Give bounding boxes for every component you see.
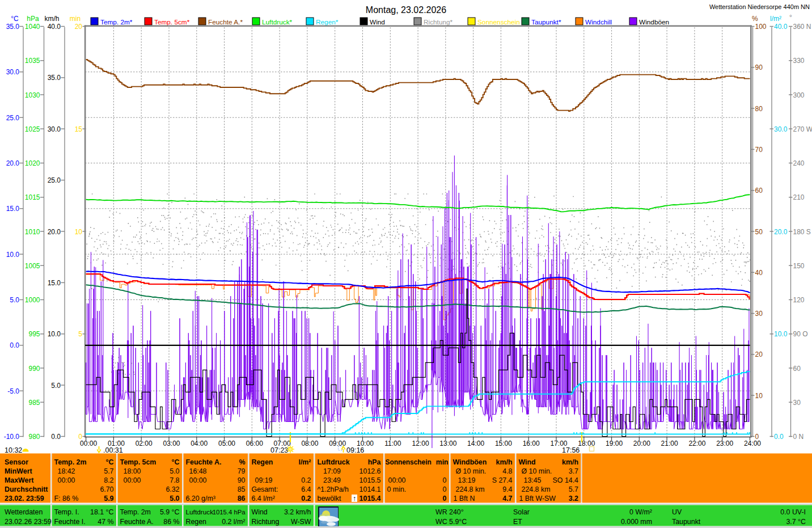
svg-text:Wind: Wind	[370, 18, 385, 26]
svg-text:20:00: 20:00	[633, 440, 650, 447]
svg-text:30: 30	[755, 310, 763, 318]
svg-text:min: min	[70, 15, 81, 23]
svg-text:Temp. I.: Temp. I.	[54, 508, 79, 516]
svg-text:18:42: 18:42	[58, 467, 75, 475]
svg-text:47 %: 47 %	[98, 518, 113, 526]
svg-text:0.000 mm: 0.000 mm	[621, 518, 652, 526]
svg-text:Regen: Regen	[186, 518, 207, 526]
svg-text:00:00: 00:00	[189, 476, 207, 484]
svg-text:%: %	[239, 458, 245, 466]
svg-text:60: 60	[793, 365, 801, 373]
svg-text:300: 300	[793, 91, 805, 99]
svg-text:30.0: 30.0	[48, 125, 61, 133]
svg-text:35.0: 35.0	[48, 74, 61, 82]
svg-text:07:23: 07:23	[270, 446, 288, 454]
svg-text:Sonnenschein: Sonnenschein	[386, 458, 432, 466]
svg-text:6.4 l/m²: 6.4 l/m²	[252, 495, 275, 502]
svg-text:50: 50	[755, 228, 763, 236]
svg-text:224.8 km: 224.8 km	[456, 485, 485, 493]
svg-text:6.4: 6.4	[301, 485, 311, 493]
svg-text:15.0: 15.0	[48, 279, 61, 287]
svg-text:15.0: 15.0	[6, 205, 20, 213]
svg-text:8.2: 8.2	[104, 476, 113, 484]
svg-text:Taupunkt*: Taupunkt*	[531, 18, 561, 26]
svg-text:09:19: 09:19	[255, 476, 273, 484]
svg-text:0.0: 0.0	[774, 433, 784, 441]
svg-text:Sensor: Sensor	[5, 458, 28, 466]
svg-text:Luftdruck*: Luftdruck*	[262, 18, 293, 26]
svg-text:23.02. 23:59: 23.02. 23:59	[5, 495, 44, 502]
svg-text:30.0: 30.0	[6, 68, 20, 76]
svg-text:km/h: km/h	[496, 458, 513, 466]
svg-text:09:16: 09:16	[346, 446, 364, 454]
svg-text:Temp. 5cm*: Temp. 5cm*	[154, 18, 190, 26]
svg-text:360 N: 360 N	[793, 23, 811, 31]
svg-text:20: 20	[755, 350, 763, 358]
svg-text:5.0: 5.0	[170, 467, 179, 475]
svg-text:1005: 1005	[25, 262, 40, 270]
svg-text:30: 30	[793, 399, 801, 407]
svg-text:23:00: 23:00	[716, 440, 733, 447]
svg-text:0.2: 0.2	[301, 476, 311, 484]
svg-text:17:56: 17:56	[562, 446, 580, 454]
svg-text:40.0: 40.0	[48, 23, 61, 31]
svg-text:24:00: 24:00	[744, 440, 761, 447]
svg-text:1035: 1035	[25, 57, 40, 65]
svg-text:Feuchte A.*: Feuchte A.*	[208, 18, 243, 26]
svg-text:10: 10	[75, 228, 83, 236]
svg-text:150: 150	[793, 262, 805, 270]
svg-text:3.7 °C: 3.7 °C	[786, 518, 806, 526]
svg-text:30.0: 30.0	[774, 125, 788, 133]
svg-text:W-SW: W-SW	[291, 518, 311, 526]
svg-text:km/h: km/h	[44, 15, 59, 23]
svg-text:hPa: hPa	[27, 15, 39, 23]
svg-text:Wind: Wind	[519, 458, 536, 466]
svg-text:5.0: 5.0	[170, 495, 179, 502]
svg-text:Montag, 23.02.2026: Montag, 23.02.2026	[366, 5, 446, 15]
svg-text:25.0: 25.0	[48, 176, 61, 184]
svg-text:23:49: 23:49	[323, 476, 341, 484]
svg-text:Regen*: Regen*	[316, 18, 339, 26]
svg-text:Richtung*: Richtung*	[424, 18, 453, 26]
svg-text:1010: 1010	[25, 228, 40, 236]
svg-text:00:00: 00:00	[124, 476, 141, 484]
svg-text:-10.0: -10.0	[4, 433, 20, 441]
svg-text:5.0: 5.0	[51, 382, 61, 390]
svg-text:Windchill: Windchill	[585, 18, 612, 26]
svg-text:5.9 °C: 5.9 °C	[160, 508, 180, 516]
svg-text:Feuchte A.: Feuchte A.	[186, 458, 222, 466]
svg-text:21:00: 21:00	[661, 440, 678, 447]
svg-text:min: min	[436, 458, 449, 466]
svg-text:90 O: 90 O	[793, 330, 808, 338]
svg-text:18:00: 18:00	[124, 467, 141, 475]
svg-text:1015: 1015	[25, 193, 40, 201]
svg-text:Sonnenschein: Sonnenschein	[477, 18, 520, 26]
svg-text:Wind: Wind	[252, 508, 268, 516]
svg-text:3.7: 3.7	[569, 467, 578, 475]
svg-text:13:00: 13:00	[439, 440, 456, 447]
svg-text:10.0: 10.0	[6, 251, 20, 259]
svg-text:1014.1: 1014.1	[360, 485, 381, 493]
svg-text:1025: 1025	[25, 125, 40, 133]
svg-text:240: 240	[793, 159, 805, 167]
svg-text:10:32: 10:32	[5, 446, 22, 454]
svg-text:6.32: 6.32	[166, 485, 179, 493]
svg-text:5.7: 5.7	[569, 485, 578, 493]
svg-text:Temp. 5cm: Temp. 5cm	[120, 458, 157, 466]
svg-text:995: 995	[28, 330, 40, 338]
svg-text:Regen: Regen	[252, 458, 273, 466]
svg-text:79: 79	[238, 467, 246, 475]
svg-text:Windböen: Windböen	[453, 458, 487, 466]
svg-text:90: 90	[238, 476, 246, 484]
svg-text:4.7: 4.7	[502, 495, 512, 502]
svg-text:0.0: 0.0	[51, 433, 61, 441]
svg-text:MaxWert: MaxWert	[5, 476, 33, 484]
svg-text:985: 985	[28, 399, 40, 407]
svg-text:04:00: 04:00	[191, 440, 208, 447]
svg-text:WC 5.9°C: WC 5.9°C	[435, 518, 467, 526]
svg-text:UV: UV	[672, 508, 682, 516]
svg-text:3.2: 3.2	[569, 495, 578, 502]
svg-text:00:00: 00:00	[58, 476, 75, 484]
svg-text:5.9: 5.9	[104, 495, 113, 502]
svg-text:1 Bft W-SW: 1 Bft W-SW	[519, 495, 556, 502]
